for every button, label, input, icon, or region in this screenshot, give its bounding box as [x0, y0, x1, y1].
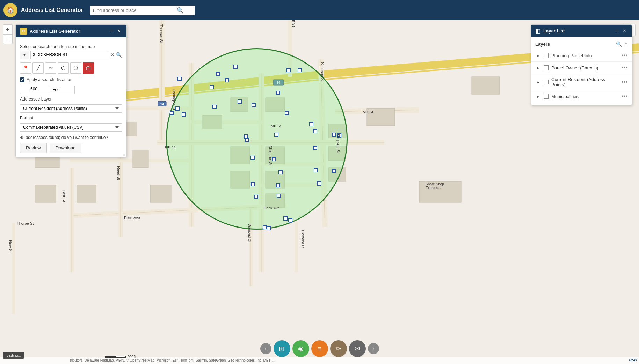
svg-rect-50 — [35, 185, 56, 202]
layer-item-parcel-owner[interactable]: ▶ Parcel Owner (Parcels) ••• — [531, 62, 632, 74]
widget-title-row: ✉ Address List Generator — [20, 28, 80, 35]
feature-search-button[interactable]: 🔍 — [116, 52, 122, 58]
layer-item-current-resident[interactable]: ▶ Current Resident (Address Points) ••• — [531, 74, 632, 90]
distance-unit-select[interactable]: Feet Miles Meters Kilometers — [50, 86, 75, 94]
layer-list-body: Layers 🔍 ≡ ▶ Planning Parcel Info ••• ▶ … — [531, 37, 632, 105]
svg-rect-41 — [266, 171, 285, 188]
polygon-tool-button[interactable]: ⬡ — [58, 62, 69, 74]
addressee-layer-select[interactable]: Current Resident (Address Points) Parcel… — [20, 104, 122, 113]
point-tool-button[interactable]: 📍 — [20, 62, 31, 74]
search-bar: 🔍 — [90, 6, 195, 15]
mail-tool-button[interactable]: ✉ — [349, 340, 366, 357]
layer-options-planning[interactable]: ••• — [622, 52, 627, 59]
widget-logo-icon: ✉ — [20, 28, 27, 35]
widget-minimize-button[interactable]: − — [108, 28, 114, 34]
layer-checkbox-current-resident[interactable] — [544, 80, 549, 84]
svg-rect-44 — [328, 147, 346, 161]
layer-options-municipalities[interactable]: ••• — [622, 93, 627, 99]
layer-filter-button[interactable]: ≡ — [625, 41, 627, 47]
layer-header-icons: 🔍 ≡ — [616, 41, 627, 47]
layer-search-button[interactable]: 🔍 — [616, 41, 622, 47]
review-button[interactable]: Review — [20, 143, 47, 153]
loading-text: loading... — [6, 353, 21, 357]
widget-body: Select or search for a feature in the ma… — [16, 37, 126, 157]
layer-list-icon: ◧ — [535, 28, 540, 34]
zoom-out-button[interactable]: − — [3, 34, 13, 44]
svg-text:14: 14 — [160, 102, 164, 106]
distance-row: 500 Feet Miles Meters Kilometers — [20, 84, 122, 94]
drawing-tools: 📍 ╱ ⬡ — [20, 62, 122, 74]
layer-checkbox-parcel-owner[interactable] — [544, 65, 549, 70]
copyright-text: tributors, Delaware FirstMap, VGIN, © Op… — [70, 358, 611, 362]
widget-title: Address List Generator — [30, 29, 80, 34]
download-button[interactable]: Download — [50, 143, 82, 153]
svg-rect-52 — [150, 185, 171, 202]
svg-rect-47 — [419, 181, 461, 202]
feature-search-input[interactable] — [30, 51, 109, 59]
apply-search-distance-row: Apply a search distance — [20, 77, 122, 82]
feature-clear-button[interactable]: ✕ — [110, 52, 115, 58]
layer-item-municipalities[interactable]: ▶ Municipalities ••• — [531, 90, 632, 102]
esri-logo: esri — [629, 357, 637, 362]
edit-tool-button[interactable]: ✏ — [330, 340, 347, 357]
svg-text:14: 14 — [276, 81, 281, 84]
delete-tool-button[interactable] — [83, 62, 94, 74]
addressee-layer-label: Addressee Layer — [20, 97, 122, 102]
select-label: Select or search for a feature in the ma… — [20, 44, 122, 49]
layer-checkbox-planning[interactable] — [544, 53, 549, 58]
layer-minimize-button[interactable]: − — [614, 28, 620, 34]
prev-tool-button[interactable]: ‹ — [260, 343, 271, 354]
distance-value-input[interactable]: 500 — [20, 84, 48, 94]
svg-rect-35 — [203, 115, 222, 129]
menu-tool-button[interactable]: ≡ — [311, 340, 328, 357]
layer-name-parcel-owner: Parcel Owner (Parcels) — [551, 65, 619, 70]
freehand-polygon-tool-button[interactable] — [70, 62, 81, 74]
top-navigation-bar: 🏠 Address List Generator 🔍 — [0, 0, 639, 20]
layer-expand-current-resident[interactable]: ▶ — [535, 79, 541, 85]
format-label: Format — [20, 116, 122, 120]
apply-distance-label: Apply a search distance — [27, 77, 71, 82]
layers-tool-button[interactable]: ◉ — [292, 340, 309, 357]
search-button[interactable]: 🔍 — [177, 7, 184, 14]
apply-distance-checkbox[interactable] — [20, 77, 24, 82]
search-input[interactable] — [93, 8, 177, 13]
layer-name-municipalities: Municipalities — [551, 94, 619, 99]
zoom-controls: + − — [3, 24, 13, 44]
line-tool-button[interactable]: ╱ — [32, 62, 44, 74]
svg-rect-38 — [231, 171, 250, 188]
layer-expand-municipalities[interactable]: ▶ — [535, 94, 541, 99]
svg-rect-34 — [133, 150, 148, 168]
layer-list-header: ◧ Layer List − × — [531, 25, 632, 37]
layer-name-planning: Planning Parcel Info — [551, 53, 619, 58]
layer-expand-parcel-owner[interactable]: ▶ — [535, 65, 541, 70]
action-buttons: Review Download — [20, 143, 122, 153]
layer-checkbox-municipalities[interactable] — [544, 94, 549, 99]
layer-list-panel: ◧ Layer List − × Layers 🔍 ≡ ▶ Planning P… — [531, 24, 632, 105]
widget-resize-handle[interactable]: ⠿ — [122, 153, 126, 157]
format-select[interactable]: Comma-separated values (CSV) Tab-delimit… — [20, 123, 122, 132]
layer-options-parcel-owner[interactable]: ••• — [622, 65, 627, 71]
result-message: 45 addressees found; do you want to cont… — [20, 135, 122, 140]
layer-expand-planning[interactable]: ▶ — [535, 53, 541, 58]
zoom-in-button[interactable]: + — [3, 24, 13, 34]
svg-rect-53 — [87, 67, 90, 70]
widget-close-button[interactable]: × — [116, 28, 122, 34]
svg-rect-45 — [328, 168, 346, 181]
svg-rect-46 — [367, 108, 395, 126]
layer-close-button[interactable]: × — [622, 28, 627, 34]
svg-line-14 — [70, 206, 286, 216]
app-title: Address List Generator — [21, 7, 83, 13]
svg-rect-51 — [77, 185, 96, 202]
grid-tool-button[interactable]: ⊞ — [274, 340, 290, 357]
layer-options-current-resident[interactable]: ••• — [622, 79, 627, 85]
svg-rect-37 — [231, 147, 250, 164]
freehand-line-tool-button[interactable] — [45, 62, 56, 74]
feature-type-dropdown[interactable]: ▼ — [20, 51, 29, 59]
next-tool-button[interactable]: › — [368, 343, 379, 354]
svg-rect-36 — [231, 98, 248, 112]
layer-list-title: Layer List — [543, 28, 565, 34]
svg-rect-40 — [266, 147, 285, 164]
layer-item-planning[interactable]: ▶ Planning Parcel Info ••• — [531, 50, 632, 62]
layer-subheader: Layers 🔍 ≡ — [531, 40, 632, 50]
svg-rect-42 — [266, 194, 285, 208]
